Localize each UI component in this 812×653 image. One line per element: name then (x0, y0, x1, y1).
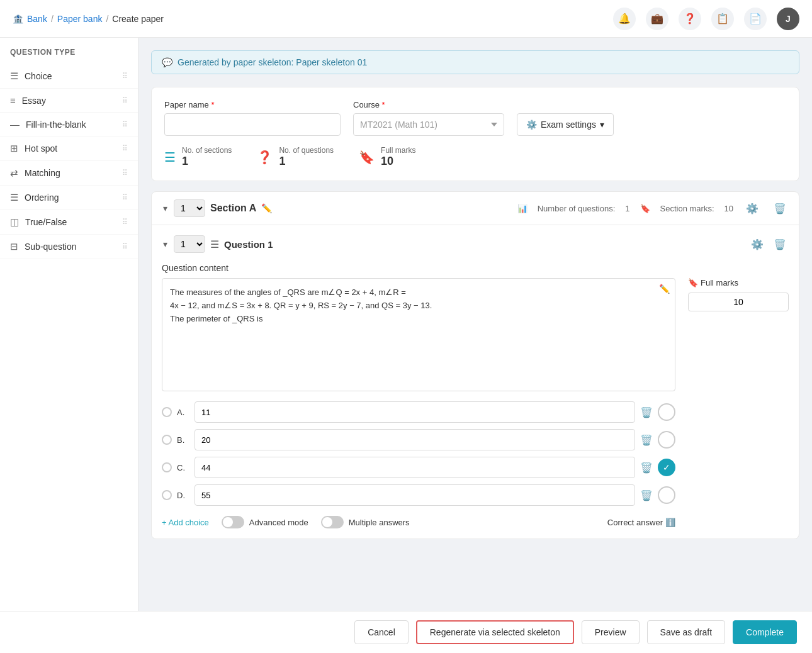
paper-name-input[interactable] (164, 113, 341, 136)
sidebar-item-truefalse[interactable]: ◫ True/False ⠿ (0, 210, 138, 235)
list-icon-btn[interactable]: 📋 (711, 8, 734, 30)
advanced-mode-group: Advanced mode (222, 516, 308, 528)
clipboard-icon-btn[interactable]: 📄 (744, 8, 767, 30)
fill-drag-handle[interactable]: ⠿ (122, 120, 128, 129)
choice-radio-c[interactable] (162, 462, 172, 472)
section-header: ▾ 1 Section A ✏️ 📊 Number of questions: … (152, 192, 799, 225)
truefalse-drag-handle[interactable]: ⠿ (122, 218, 128, 226)
question-delete-btn[interactable]: 🗑️ (771, 236, 789, 253)
regenerate-button[interactable]: Regenerate via selected skeleton (416, 620, 574, 644)
choice-radio-a[interactable] (162, 407, 172, 417)
question-container: ▾ 1 ☰ Question 1 ⚙️ 🗑️ Question content (152, 225, 799, 539)
questions-value: 1 (279, 155, 334, 168)
questions-icon: ❓ (257, 150, 273, 165)
question-right: 🔖 Full marks (688, 278, 789, 528)
section-marks-icon: 🔖 (640, 204, 650, 213)
question-collapse-btn[interactable]: ▾ (162, 238, 169, 250)
preview-button[interactable]: Preview (582, 620, 640, 644)
banner-text: Generated by paper skeleton: Paper skele… (178, 57, 367, 67)
avatar[interactable]: J (777, 8, 799, 30)
breadcrumb: 🏦 Bank / Paper bank / Create paper (13, 14, 164, 24)
choice-label-c: C. (177, 463, 189, 472)
subquestion-drag-handle[interactable]: ⠿ (122, 242, 128, 251)
choice-row-b: B. 🗑️ ✓ (162, 429, 675, 450)
sidebar-item-ordering[interactable]: ☰ Ordering ⠿ (0, 186, 138, 210)
correct-answer-group: Correct answer ℹ️ (607, 518, 675, 527)
multiple-answers-toggle[interactable] (321, 516, 344, 528)
choices-list: A. 🗑️ ✓ B. 🗑️ ✓ (162, 401, 675, 506)
save-draft-button[interactable]: Save as draft (647, 620, 726, 644)
info-banner: 💬 Generated by paper skeleton: Paper ske… (151, 50, 799, 74)
question-content-label: Question content (162, 263, 789, 273)
section-delete-btn[interactable]: 🗑️ (771, 200, 789, 217)
hotspot-drag-handle[interactable]: ⠿ (122, 144, 128, 153)
chevron-down-icon: ▾ (600, 120, 604, 130)
choice-radio-d[interactable] (162, 490, 172, 500)
bell-icon-btn[interactable]: 🔔 (613, 8, 636, 30)
complete-button[interactable]: Complete (733, 620, 797, 644)
correct-check-b[interactable]: ✓ (658, 431, 675, 449)
breadcrumb-paper-bank[interactable]: Paper bank (57, 14, 103, 24)
choice-delete-a[interactable]: 🗑️ (640, 406, 653, 418)
choice-radio-b[interactable] (162, 435, 172, 445)
choice-delete-b[interactable]: 🗑️ (640, 434, 653, 446)
choice-input-b[interactable] (195, 429, 635, 450)
section-number-select[interactable]: 1 (174, 199, 205, 217)
section-collapse-btn[interactable]: ▾ (162, 202, 169, 215)
separator-2: / (106, 14, 108, 24)
correct-check-d[interactable]: ✓ (658, 486, 675, 504)
sidebar-item-ordering-label: Ordering (25, 193, 59, 203)
question-number-select[interactable]: 1 (174, 235, 205, 253)
section-settings-btn[interactable]: ⚙️ (743, 200, 761, 217)
choice-delete-c[interactable]: 🗑️ (640, 462, 653, 474)
advanced-mode-label: Advanced mode (249, 518, 308, 527)
sidebar-item-subquestion[interactable]: ⊟ Sub-question ⠿ (0, 235, 138, 259)
breadcrumb-bank[interactable]: Bank (27, 14, 47, 24)
sections-icon: ☰ (164, 150, 176, 165)
exam-settings-button[interactable]: ⚙️ Exam settings ▾ (517, 113, 614, 136)
sidebar-item-matching[interactable]: ⇄ Matching ⠿ (0, 161, 138, 186)
full-marks-label: 🔖 Full marks (688, 278, 789, 287)
advanced-mode-toggle[interactable] (222, 516, 244, 528)
bank-icon: 🏦 (13, 14, 23, 24)
essay-drag-handle[interactable]: ⠿ (122, 96, 128, 105)
course-select[interactable]: MT2021 (Math 101) (353, 113, 504, 136)
question-body: ✏️ The measures of the angles of _QRS ar… (162, 278, 789, 528)
add-choice-button[interactable]: + Add choice (162, 518, 209, 527)
question-text-edit-icon[interactable]: ✏️ (659, 284, 670, 294)
choice-input-c[interactable] (195, 457, 635, 478)
ordering-drag-handle[interactable]: ⠿ (122, 193, 128, 202)
footer: Cancel Regenerate via selected skeleton … (0, 611, 812, 653)
stat-marks: 🔖 Full marks 10 (359, 146, 415, 168)
essay-icon: ≡ (10, 95, 16, 106)
choice-delete-d[interactable]: 🗑️ (640, 489, 653, 501)
cancel-button[interactable]: Cancel (354, 620, 409, 644)
sidebar-item-choice-label: Choice (25, 71, 52, 81)
choice-input-a[interactable] (195, 401, 635, 423)
section-edit-icon[interactable]: ✏️ (261, 203, 272, 213)
help-icon-btn[interactable]: ❓ (679, 8, 701, 30)
sidebar-item-fill-blank[interactable]: — Fill-in-the-blank ⠿ (0, 113, 138, 137)
correct-check-a[interactable]: ✓ (658, 403, 675, 421)
sidebar-item-choice[interactable]: ☰ Choice ⠿ (0, 64, 138, 89)
correct-check-c[interactable]: ✓ (658, 459, 675, 476)
full-marks-input[interactable] (688, 293, 789, 311)
questions-label: No. of questions (279, 146, 334, 155)
matching-drag-handle[interactable]: ⠿ (122, 169, 128, 177)
question-actions: + Add choice Advanced mode Multiple answ… (162, 516, 675, 528)
choice-input-d[interactable] (195, 484, 635, 506)
section-container: ▾ 1 Section A ✏️ 📊 Number of questions: … (151, 191, 799, 539)
section-name: Section A (210, 203, 256, 214)
sidebar-item-hotspot[interactable]: ⊞ Hot spot ⠿ (0, 137, 138, 161)
choice-drag-handle[interactable]: ⠿ (122, 72, 128, 81)
question-settings-btn[interactable]: ⚙️ (748, 236, 766, 253)
sidebar-item-fill-label: Fill-in-the-blank (26, 120, 86, 130)
question-text-area: ✏️ The measures of the angles of _QRS ar… (162, 278, 675, 391)
briefcase-icon-btn[interactable]: 💼 (646, 8, 668, 30)
choice-row-c: C. 🗑️ ✓ (162, 457, 675, 478)
sidebar-item-essay[interactable]: ≡ Essay ⠿ (0, 89, 138, 113)
sidebar-item-hotspot-label: Hot spot (25, 143, 57, 153)
subquestion-icon: ⊟ (10, 241, 18, 252)
nav-icons: 🔔 💼 ❓ 📋 📄 J (613, 8, 799, 30)
question-title: Question 1 (224, 239, 273, 250)
